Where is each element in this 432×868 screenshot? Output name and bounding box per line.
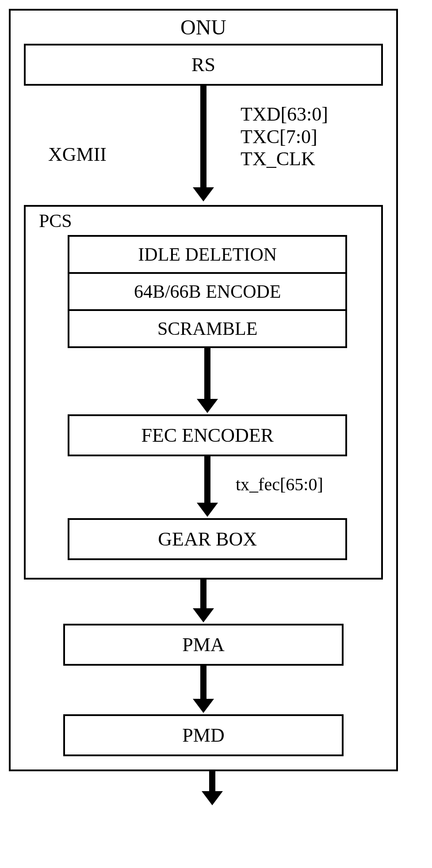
txclk-signal: TX_CLK — [241, 148, 328, 171]
xgmii-signals: TXD[63:0] TXC[7:0] TX_CLK — [241, 103, 328, 171]
idle-deletion-block: IDLE DELETION — [69, 237, 345, 274]
pma-block: PMA — [63, 624, 343, 666]
arrow-rs-to-pcs — [193, 86, 214, 201]
fec-encoder-block: FEC ENCODER — [68, 414, 347, 456]
arrow-pma-to-pmd — [193, 666, 214, 713]
arrow-fec-to-gearbox — [197, 456, 218, 517]
fec-encoder-label: FEC ENCODER — [141, 425, 273, 446]
pma-label: PMA — [182, 634, 224, 656]
gearbox-label: GEAR BOX — [158, 528, 257, 550]
pmd-label: PMD — [182, 724, 224, 746]
txd-signal: TXD[63:0] — [241, 103, 328, 126]
encode-block: 64B/66B ENCODE — [69, 274, 345, 311]
pcs-stack: IDLE DELETION 64B/66B ENCODE SCRAMBLE — [68, 235, 347, 348]
scramble-block: SCRAMBLE — [69, 311, 345, 346]
arrow-stack-to-fec — [197, 348, 218, 413]
pmd-block: PMD — [63, 714, 343, 756]
gearbox-block: GEAR BOX — [68, 518, 347, 560]
xgmii-connection: XGMII TXD[63:0] TXC[7:0] TX_CLK — [24, 86, 383, 205]
tx-fec-label: tx_fec[65:0] — [236, 474, 323, 495]
arrow-pmd-out — [202, 771, 223, 805]
txc-signal: TXC[7:0] — [241, 126, 328, 148]
pcs-label: PCS — [39, 210, 368, 231]
arrow-pcs-to-pma — [193, 580, 214, 622]
onu-container: ONU RS XGMII TXD[63:0] TXC[7:0] TX_CLK P… — [9, 9, 398, 771]
onu-title: ONU — [24, 15, 383, 39]
pcs-container: PCS IDLE DELETION 64B/66B ENCODE SCRAMBL… — [24, 205, 383, 580]
rs-label: RS — [191, 54, 215, 76]
rs-block: RS — [24, 44, 383, 86]
